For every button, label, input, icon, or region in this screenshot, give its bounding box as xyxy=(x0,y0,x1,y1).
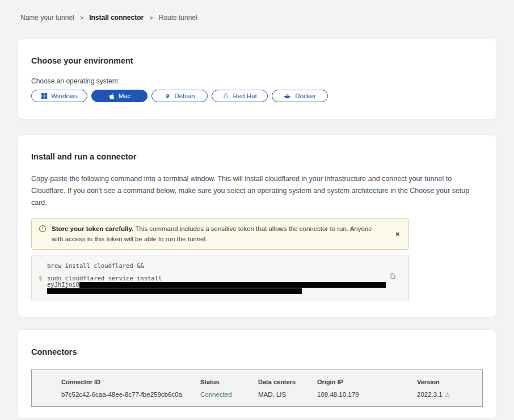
install-command-block: brew install cloudflared && $ sudo cloud… xyxy=(31,255,409,301)
code-gutter xyxy=(39,282,47,288)
info-icon xyxy=(39,225,47,236)
os-button-debian[interactable]: Debian xyxy=(151,90,208,102)
code-line: $ sudo cloudflared service install xyxy=(39,275,402,282)
token-warning-text: Store your token carefully. This command… xyxy=(52,224,375,244)
connectors-card: Connectors Connector ID Status Data cent… xyxy=(18,329,496,419)
column-header-status: Status xyxy=(200,379,258,385)
data-centers-value: MAD, LIS xyxy=(258,391,317,398)
os-button-label: Red Hat xyxy=(233,93,256,99)
token-warning-title: Store your token carefully. xyxy=(52,225,133,232)
connectors-title: Connectors xyxy=(31,347,483,356)
column-header-data-centers: Data centers xyxy=(258,379,317,385)
install-connector-card: Install and run a connector Copy-paste t… xyxy=(18,135,496,317)
os-button-label: Debian xyxy=(174,93,195,99)
code-gutter xyxy=(39,263,47,270)
breadcrumb-route-tunnel[interactable]: Route tunnel xyxy=(159,14,197,22)
os-select-label: Choose an operating system: xyxy=(31,77,483,85)
windows-icon xyxy=(41,93,48,99)
breadcrumb: Name your tunnel > Install connector > R… xyxy=(18,0,496,22)
status-badge: Connected xyxy=(200,391,258,398)
os-button-label: Windows xyxy=(51,93,78,99)
copy-icon[interactable] xyxy=(387,271,397,283)
breadcrumb-separator: > xyxy=(80,14,83,21)
os-button-mac[interactable]: Mac xyxy=(91,90,148,102)
column-header-version: Version xyxy=(417,379,477,385)
breadcrumb-install-connector[interactable]: Install connector xyxy=(89,14,144,22)
choose-environment-card: Choose your environment Choose an operat… xyxy=(18,38,496,120)
os-button-windows[interactable]: Windows xyxy=(31,90,87,102)
os-button-docker[interactable]: Docker xyxy=(272,90,328,102)
shell-prompt: $ xyxy=(39,275,47,282)
connectors-table: Connector ID Status Data centers Origin … xyxy=(31,369,483,407)
connector-id-value: b7c52c42-6caa-48ee-8c77-fbe259cb6c0a xyxy=(61,391,200,398)
origin-ip-value: 109.48.10.179 xyxy=(317,391,417,398)
debian-icon xyxy=(164,93,171,99)
token-prefix: eyJhIjoiO xyxy=(47,281,79,288)
code-line: brew install cloudflared && xyxy=(39,263,402,270)
code-line xyxy=(39,288,402,294)
breadcrumb-name-your-tunnel[interactable]: Name your tunnel xyxy=(20,14,74,22)
version-value: 2022.3.1⚠ xyxy=(417,391,477,398)
redhat-icon xyxy=(222,93,229,100)
os-button-redhat[interactable]: Red Hat xyxy=(212,90,268,102)
docker-icon xyxy=(284,93,292,99)
code-gutter xyxy=(39,288,47,294)
install-connector-description: Copy-paste the following command into a … xyxy=(31,173,479,209)
os-button-label: Mac xyxy=(119,93,131,99)
code-line-text: eyJhIjoiO xyxy=(47,282,386,288)
os-button-group: Windows Mac Debian Red Hat xyxy=(31,90,483,102)
redacted-token-bar xyxy=(79,282,386,288)
warning-triangle-icon[interactable]: ⚠ xyxy=(445,391,450,398)
breadcrumb-separator: > xyxy=(149,14,153,21)
os-button-label: Docker xyxy=(295,93,315,99)
install-connector-title: Install and run a connector xyxy=(31,152,479,161)
apple-icon xyxy=(108,93,115,100)
token-warning-banner: Store your token carefully. This command… xyxy=(31,218,409,250)
redacted-token-bar xyxy=(47,288,302,294)
environment-card-title: Choose your environment xyxy=(31,56,483,65)
code-line-text: brew install cloudflared && xyxy=(47,263,144,270)
column-header-origin-ip: Origin IP xyxy=(317,379,417,385)
code-line: eyJhIjoiO xyxy=(39,282,402,288)
column-header-connector-id: Connector ID xyxy=(61,379,200,385)
close-icon[interactable]: ✕ xyxy=(393,230,403,238)
version-number: 2022.3.1 xyxy=(417,391,443,398)
